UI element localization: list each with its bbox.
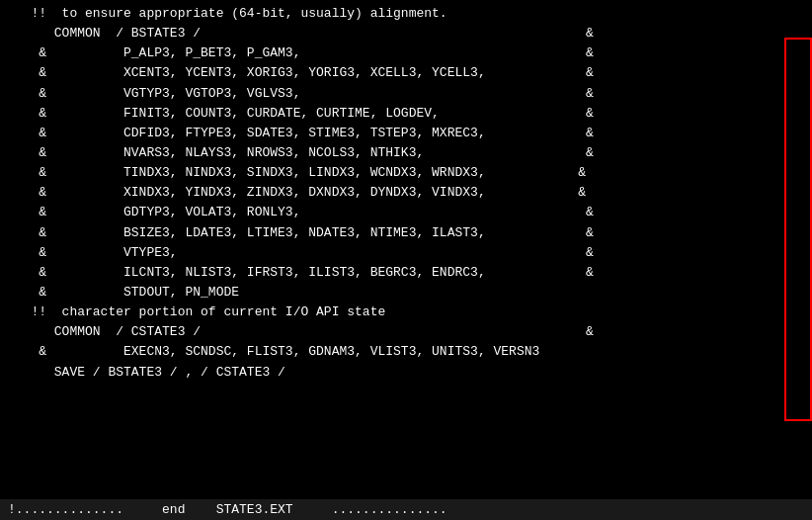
code-line: & STDOUT, PN_MODE: [0, 283, 812, 303]
code-line: COMMON / CSTATE3 / &: [0, 322, 812, 342]
code-line: !! character portion of current I/O API …: [0, 303, 812, 322]
code-line: & P_ALP3, P_BET3, P_GAM3, &: [0, 43, 812, 63]
code-line: SAVE / BSTATE3 / , / CSTATE3 /: [0, 363, 812, 383]
code-line: & GDTYP3, VOLAT3, RONLY3, &: [0, 203, 812, 222]
code-line: & NVARS3, NLAYS3, NROWS3, NCOLS3, NTHIK3…: [0, 143, 812, 163]
code-line: COMMON / BSTATE3 / &: [0, 24, 812, 43]
code-line: & TINDX3, NINDX3, SINDX3, LINDX3, WCNDX3…: [0, 163, 812, 183]
code-line: & FINIT3, COUNT3, CURDATE, CURTIME, LOGD…: [0, 104, 812, 124]
code-line: & XINDX3, YINDX3, ZINDX3, DXNDX3, DYNDX3…: [0, 183, 812, 203]
code-line: & ILCNT3, NLIST3, IFRST3, ILIST3, BEGRC3…: [0, 263, 812, 283]
code-line: & EXECN3, SCNDSC, FLIST3, GDNAM3, VLIST3…: [0, 342, 812, 362]
code-line: & VGTYP3, VGTOP3, VGLVS3, &: [0, 84, 812, 104]
code-line: & VTYPE3, &: [0, 243, 812, 263]
code-line: & CDFID3, FTYPE3, SDATE3, STIME3, TSTEP3…: [0, 124, 812, 143]
code-line: & XCENT3, YCENT3, XORIG3, YORIG3, XCELL3…: [0, 63, 812, 83]
code-line: & BSIZE3, LDATE3, LTIME3, NDATE3, NTIME3…: [0, 223, 812, 243]
bottom-bar: !.............. end STATE3.EXT .........…: [0, 499, 812, 520]
code-container: !! to ensure appropriate (64-bit, usuall…: [0, 0, 812, 520]
code-line: !! to ensure appropriate (64-bit, usuall…: [0, 4, 812, 24]
